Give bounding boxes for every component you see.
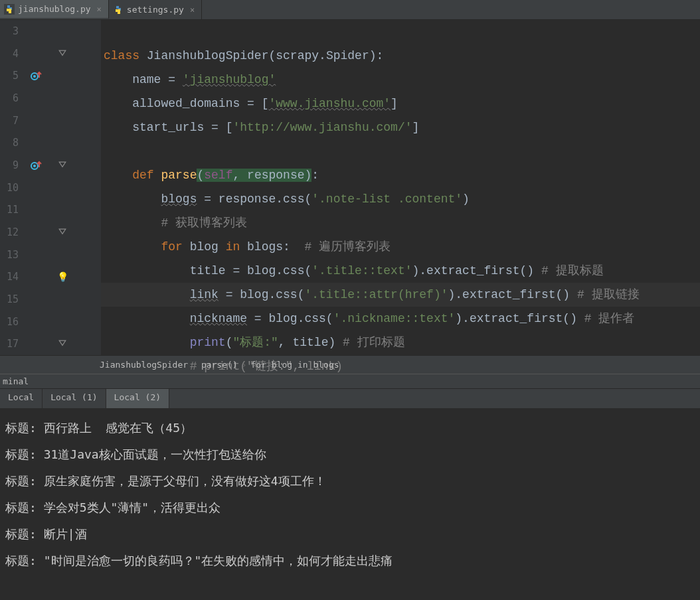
line-number: 6 xyxy=(0,92,24,104)
editor-tabs: jianshublog.py × settings.py × xyxy=(0,0,700,20)
code-line: # 获取博客列表 xyxy=(101,211,700,235)
line-number: 17 xyxy=(0,338,24,350)
gutter-extra: 💡 xyxy=(53,20,101,355)
code-line: nickname = blog.css('.nickname::text').e… xyxy=(101,307,700,331)
line-number: 4 xyxy=(0,48,24,60)
gutter: 3 4 5 6 7 8 9 10 11 12 13 14 15 16 17 xyxy=(0,20,53,355)
code-line: def parse(self, response): xyxy=(101,163,700,187)
chevron-right-icon: › xyxy=(192,360,197,370)
breadcrumb-item[interactable]: parse() xyxy=(201,360,238,370)
terminal-tab-local2[interactable]: Local (2) xyxy=(106,389,169,408)
code-line: for blog in blogs: # 遍历博客列表 xyxy=(101,235,700,259)
code-editor[interactable]: class JianshublogSpider(scrapy.Spider): … xyxy=(101,20,700,355)
svg-point-3 xyxy=(33,75,36,78)
python-file-icon xyxy=(113,5,124,15)
code-line: start_urls = ['http://www.jianshu.com/'] xyxy=(101,115,700,139)
fold-icon[interactable] xyxy=(53,50,72,58)
output-line: 标题: 西行路上 感觉在飞（45） xyxy=(5,415,695,441)
code-line: title = blog.css('.title::text').extract… xyxy=(101,259,700,283)
tab-settings[interactable]: settings.py × xyxy=(109,0,202,19)
terminal-tabs: Local Local (1) Local (2) xyxy=(0,388,700,408)
python-file-icon xyxy=(4,4,15,15)
lightbulb-icon[interactable]: 💡 xyxy=(53,271,72,282)
fold-icon[interactable] xyxy=(53,340,72,348)
output-line: 标题: "时间是治愈一切的良药吗？"在失败的感情中，如何才能走出悲痛 xyxy=(5,548,695,574)
terminal-label: minal xyxy=(3,376,29,386)
terminal-tab-local1[interactable]: Local (1) xyxy=(43,389,106,408)
line-number: 3 xyxy=(0,25,24,37)
output-line: 标题: 31道Java核心面试题，一次性打包送给你 xyxy=(5,441,695,468)
breadcrumb-item[interactable]: JianshublogSpider xyxy=(100,360,188,370)
line-number: 15 xyxy=(0,293,24,305)
chevron-right-icon: › xyxy=(242,360,247,370)
output-line: 标题: 断片|酒 xyxy=(5,521,695,548)
line-number: 7 xyxy=(0,115,24,127)
close-icon[interactable]: × xyxy=(187,5,197,15)
tab-jianshublog[interactable]: jianshublog.py × xyxy=(0,0,109,19)
code-line-current: link = blog.css('.title::attr(href)').ex… xyxy=(101,283,700,307)
output-line: 标题: 学会对5类人"薄情"，活得更出众 xyxy=(5,494,695,521)
code-line: class JianshublogSpider(scrapy.Spider): xyxy=(101,44,700,68)
close-icon[interactable]: × xyxy=(94,5,104,14)
tab-label: settings.py xyxy=(127,5,184,15)
terminal-tab-local[interactable]: Local xyxy=(0,389,43,408)
tab-label: jianshublog.py xyxy=(18,4,91,14)
line-number: 5 xyxy=(0,70,24,82)
breadcrumb-item[interactable]: for blog in blogs xyxy=(251,360,339,370)
code-line xyxy=(101,139,700,163)
fold-icon[interactable] xyxy=(53,228,72,236)
line-number: 16 xyxy=(0,316,24,328)
line-number: 11 xyxy=(0,204,24,216)
override-icon[interactable] xyxy=(24,159,48,171)
line-number: 14 xyxy=(0,271,24,283)
code-line xyxy=(101,20,700,44)
line-number: 12 xyxy=(0,226,24,238)
code-line: allowed_domains = ['www.jianshu.com'] xyxy=(101,92,700,115)
terminal-output[interactable]: 标题: 西行路上 感觉在飞（45） 标题: 31道Java核心面试题，一次性打包… xyxy=(0,408,700,581)
line-number: 8 xyxy=(0,137,24,149)
line-number: 9 xyxy=(0,159,24,171)
code-line: name = 'jianshublog' xyxy=(101,68,700,92)
svg-point-5 xyxy=(33,165,36,167)
line-number: 13 xyxy=(0,249,24,261)
line-number: 10 xyxy=(0,182,24,194)
output-line: 标题: 原生家庭伤害，是源于父母们，没有做好这4项工作！ xyxy=(5,468,695,494)
override-icon[interactable] xyxy=(24,70,48,82)
code-line: # print("链接:", link) xyxy=(101,354,700,378)
code-line: blogs = response.css('.note-list .conten… xyxy=(101,187,700,211)
editor-area: 3 4 5 6 7 8 9 10 11 12 13 14 15 16 17 💡 … xyxy=(0,20,700,355)
fold-icon[interactable] xyxy=(53,161,72,169)
code-line: print("标题:", title) # 打印标题 xyxy=(101,331,700,354)
